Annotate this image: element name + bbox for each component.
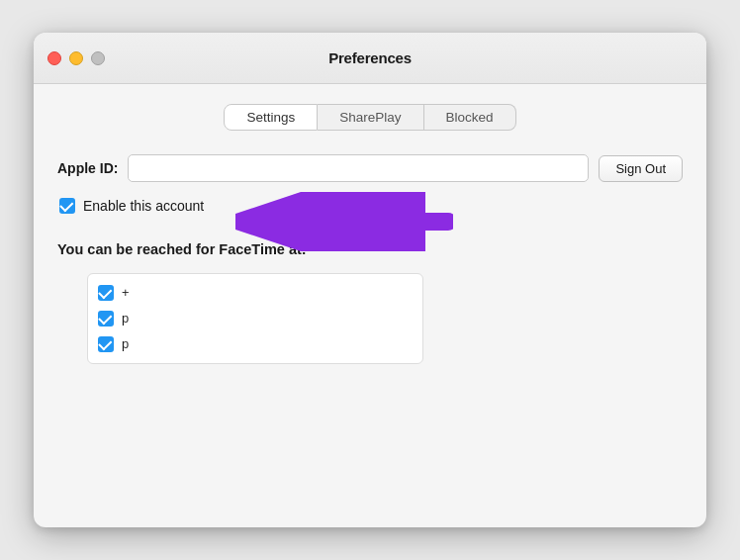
traffic-lights [47, 51, 105, 65]
contact-text-2: p [122, 311, 251, 327]
window-title: Preferences [328, 49, 412, 66]
tab-blocked[interactable]: Blocked [424, 104, 516, 131]
window-content: Settings SharePlay Blocked Apple ID: Sig… [34, 84, 706, 394]
apple-id-label: Apple ID: [57, 160, 118, 176]
minimize-button[interactable] [69, 51, 83, 65]
list-item: + [98, 280, 413, 306]
facetime-heading: You can be reached for FaceTime at: [57, 241, 683, 257]
titlebar: Preferences [34, 33, 706, 84]
contact-list: + p p [87, 273, 423, 364]
tab-shareplay[interactable]: SharePlay [318, 104, 423, 131]
sign-out-button[interactable]: Sign Out [599, 155, 683, 182]
blurred-contact-3 [133, 338, 251, 352]
apple-id-row: Apple ID: Sign Out [57, 154, 683, 182]
blurred-contact-2 [133, 313, 251, 327]
tab-settings[interactable]: Settings [224, 104, 318, 131]
contact-checkbox-3[interactable] [98, 336, 114, 352]
tab-bar: Settings SharePlay Blocked [57, 104, 683, 131]
blurred-contact-1 [133, 287, 251, 301]
enable-checkbox[interactable] [59, 198, 75, 214]
apple-id-input[interactable] [128, 154, 589, 182]
contact-text-3: p [122, 336, 251, 352]
enable-account-row: Enable this account [59, 198, 204, 214]
zoom-button[interactable] [91, 51, 105, 65]
contact-checkbox-1[interactable] [98, 285, 114, 301]
preferences-window: Preferences Settings SharePlay Blocked A… [34, 33, 706, 527]
enable-checkbox-label: Enable this account [83, 198, 204, 214]
contact-checkbox-2[interactable] [98, 311, 114, 327]
list-item: p [98, 306, 413, 331]
contact-text-1: + [122, 285, 251, 301]
close-button[interactable] [47, 51, 61, 65]
list-item: p [98, 331, 413, 357]
